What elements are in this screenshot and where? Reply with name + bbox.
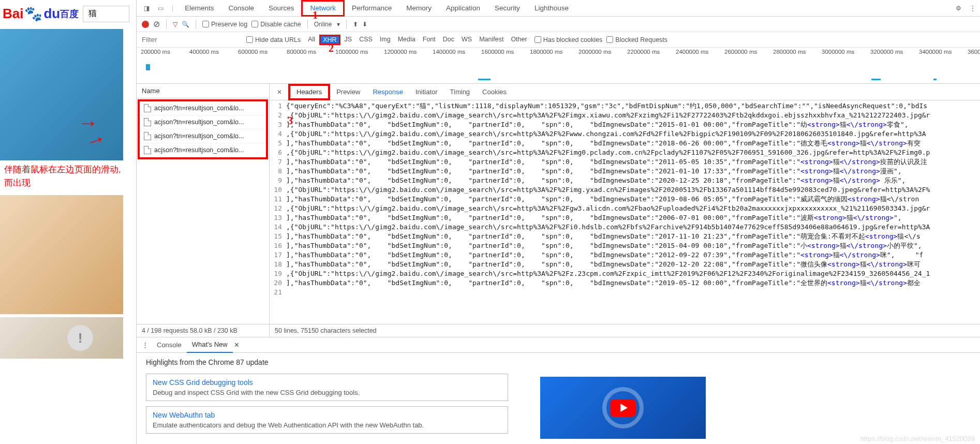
detail-tab-preview[interactable]: Preview bbox=[330, 84, 366, 100]
document-icon bbox=[144, 132, 151, 140]
drawer-tabs: ⋮ ConsoleWhat's New ✕ bbox=[137, 337, 980, 353]
tab-sources[interactable]: Sources bbox=[261, 0, 302, 17]
request-list: Name acjson?tn=resultjson_com&lo...acjso… bbox=[137, 84, 270, 337]
devtools-panel: ◨ ▭ | ElementsConsoleSourcesNetworkPerfo… bbox=[136, 0, 980, 444]
promo-video[interactable] bbox=[540, 377, 706, 439]
watermark: https://blog.csdn.net/weixin_41520099 bbox=[860, 435, 975, 442]
timeline-overview[interactable]: 200000 ms400000 ms600000 ms800000 ms1000… bbox=[137, 48, 980, 84]
play-icon bbox=[610, 399, 636, 417]
filter-js[interactable]: JS bbox=[341, 35, 355, 45]
tab-performance[interactable]: Performance bbox=[345, 0, 399, 17]
tab-elements[interactable]: Elements bbox=[177, 0, 221, 17]
tab-lighthouse[interactable]: Lighthouse bbox=[527, 0, 576, 17]
baidu-page-preview: Bai🐾du百度 → → 伴随着鼠标在左边页面的滑动, 而出现 ! bbox=[0, 0, 136, 444]
baidu-logo: Bai🐾du百度 bbox=[3, 5, 79, 22]
filter-bar: Hide data URLs AllXHRJSCSSImgMediaFontDo… bbox=[137, 32, 980, 48]
document-icon bbox=[144, 118, 151, 126]
result-image: ! bbox=[0, 317, 123, 359]
request-summary: 4 / 198 requests 58.0 kB / 230 kB bbox=[137, 324, 269, 337]
result-image bbox=[0, 195, 123, 314]
whats-new-card[interactable]: New WebAuthn tab Emulate authenticators … bbox=[146, 406, 508, 434]
request-row[interactable]: acjson?tn=resultjson_com&lo... bbox=[140, 143, 266, 157]
filter-all[interactable]: All bbox=[305, 35, 318, 45]
filter-manifest[interactable]: Manifest bbox=[476, 35, 507, 45]
request-row[interactable]: acjson?tn=resultjson_com&lo... bbox=[140, 129, 266, 143]
throttling-select[interactable]: Online ▾ bbox=[314, 21, 340, 28]
search-input[interactable] bbox=[83, 6, 129, 22]
settings-icon[interactable]: ⚙ bbox=[952, 5, 966, 12]
tab-console[interactable]: Console bbox=[221, 0, 261, 17]
drawer-tab-what-s-new[interactable]: What's New bbox=[187, 337, 233, 353]
filter-font[interactable]: Font bbox=[420, 35, 439, 45]
hide-data-urls-checkbox[interactable]: Hide data URLs bbox=[246, 36, 301, 43]
preserve-log-checkbox[interactable]: Preserve log bbox=[202, 21, 247, 28]
detail-tab-initiator[interactable]: Initiator bbox=[409, 84, 444, 100]
more-icon[interactable]: ⋮ bbox=[966, 5, 980, 12]
blocked-requests-checkbox[interactable]: Blocked Requests bbox=[606, 36, 667, 43]
tab-application[interactable]: Application bbox=[439, 0, 487, 17]
filter-doc[interactable]: Doc bbox=[440, 35, 457, 45]
detail-tabs: ✕ HeadersPreviewResponseInitiatorTimingC… bbox=[270, 84, 980, 100]
disable-cache-checkbox[interactable]: Disable cache bbox=[251, 21, 301, 28]
response-body[interactable]: 1{"queryEnc":"%C3%A8","queryExt":"猫","li… bbox=[270, 100, 980, 324]
filter-icon[interactable]: ▽ bbox=[173, 21, 177, 28]
filter-css[interactable]: CSS bbox=[356, 35, 376, 45]
filter-input[interactable] bbox=[139, 34, 242, 46]
whats-new-heading: Highlights from the Chrome 87 update bbox=[146, 358, 971, 366]
annotation-number: 1 bbox=[313, 9, 318, 21]
record-button[interactable] bbox=[142, 21, 149, 28]
filter-other[interactable]: Other bbox=[508, 35, 530, 45]
drawer-tab-console[interactable]: Console bbox=[152, 337, 187, 353]
annotation-text: 伴随着鼠标在左边页面的滑动, 而出现 bbox=[0, 160, 136, 192]
devtools-top-tabs: ◨ ▭ | ElementsConsoleSourcesNetworkPerfo… bbox=[137, 0, 980, 17]
close-icon[interactable]: ✕ bbox=[234, 341, 240, 349]
request-row[interactable]: acjson?tn=resultjson_com&lo... bbox=[140, 101, 266, 115]
device-icon[interactable]: ▭ bbox=[154, 5, 168, 12]
annotation-number: 3 bbox=[288, 115, 293, 127]
tab-network[interactable]: Network bbox=[301, 0, 345, 17]
whats-new-card[interactable]: New CSS Grid debugging tools Debug and i… bbox=[146, 374, 508, 401]
code-status: 50 lines, 75150 characters selected bbox=[270, 324, 980, 337]
document-icon bbox=[144, 104, 151, 112]
document-icon bbox=[144, 146, 151, 154]
request-detail: ✕ HeadersPreviewResponseInitiatorTimingC… bbox=[270, 84, 980, 337]
tab-security[interactable]: Security bbox=[487, 0, 527, 17]
search-icon[interactable]: 🔍 bbox=[182, 21, 189, 28]
paw-icon: 🐾 bbox=[24, 5, 42, 22]
name-column-header[interactable]: Name bbox=[137, 84, 269, 98]
has-blocked-cookies-checkbox[interactable]: Has blocked cookies bbox=[534, 36, 603, 43]
exclamation-icon: ! bbox=[67, 325, 93, 351]
inspect-icon[interactable]: ◨ bbox=[140, 5, 154, 12]
upload-icon[interactable]: ⬆ bbox=[353, 21, 358, 28]
filter-media[interactable]: Media bbox=[395, 35, 419, 45]
filter-ws[interactable]: WS bbox=[458, 35, 475, 45]
download-icon[interactable]: ⬇ bbox=[362, 21, 367, 28]
detail-tab-cookies[interactable]: Cookies bbox=[476, 84, 513, 100]
tab-memory[interactable]: Memory bbox=[399, 0, 439, 17]
clear-icon[interactable]: ⊘ bbox=[153, 19, 160, 29]
network-toolbar: ⊘ ▽ 🔍 Preserve log Disable cache Online … bbox=[137, 17, 980, 32]
close-icon[interactable]: ✕ bbox=[273, 88, 286, 96]
detail-tab-timing[interactable]: Timing bbox=[444, 84, 477, 100]
annotation-number: 2 bbox=[329, 42, 334, 54]
request-row[interactable]: acjson?tn=resultjson_com&lo... bbox=[140, 115, 266, 129]
drawer-menu-icon[interactable]: ⋮ bbox=[142, 341, 149, 349]
detail-tab-response[interactable]: Response bbox=[366, 84, 409, 100]
detail-tab-headers[interactable]: Headers bbox=[288, 84, 330, 100]
filter-img[interactable]: Img bbox=[377, 35, 394, 45]
